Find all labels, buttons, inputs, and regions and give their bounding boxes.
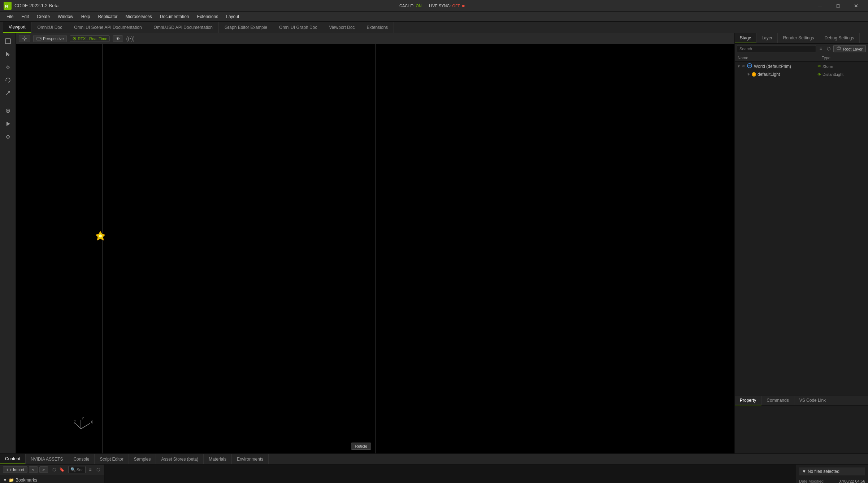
minimize-button[interactable]: ─ (812, 0, 828, 12)
main-tab-omni-ui-scene-api-documentation[interactable]: Omni.UI Scene API Documentation (68, 22, 148, 33)
tab-samples[interactable]: Samples (129, 454, 156, 464)
tab-vscode-link[interactable]: VS Code Link (794, 396, 831, 405)
main-tab-bar: ViewportOmni:UI DocOmni.UI Scene API Doc… (0, 22, 868, 33)
stage-row-light[interactable]: 👁 defaultLight 👁 DistantLight (735, 71, 868, 78)
tab-stage[interactable]: Stage (735, 33, 756, 43)
bookmarks-label: Bookmarks (16, 478, 37, 483)
svg-line-11 (81, 423, 90, 429)
settings-button[interactable] (19, 35, 30, 42)
main-tab-omni-ui-graph-doc[interactable]: Omni.UI Graph Doc (273, 22, 323, 33)
world-vis-icon[interactable]: 👁 (817, 64, 821, 68)
date-modified-row: Date Modified 07/08/22 04:56 (799, 478, 865, 483)
stage-search-input[interactable] (737, 45, 816, 52)
tab-layer[interactable]: Layer (756, 33, 778, 43)
main-tab-extensions[interactable]: Extensions (361, 22, 394, 33)
svg-rect-17 (837, 47, 841, 49)
forward-button[interactable]: > (39, 466, 48, 473)
main-tab-viewport[interactable]: Viewport (3, 22, 31, 33)
reticle-button[interactable]: Reticle (351, 443, 371, 450)
menu-item-help[interactable]: Help (78, 13, 94, 21)
eye-button[interactable]: 👁 (113, 35, 123, 42)
stage-name-header: Name (738, 56, 822, 60)
svg-rect-18 (838, 47, 840, 47)
rtx-button[interactable]: RTX - Real-Time (70, 35, 110, 42)
menu-item-edit[interactable]: Edit (18, 13, 32, 21)
maximize-button[interactable]: □ (830, 0, 846, 12)
file-tree: ▼ 📁 Bookmarks ▼ ● Omniverse ▶ 📁 localhos… (0, 475, 104, 483)
title-bar: N CODE 2022.1.2 Beta CACHE: ON LIVE SYNC… (0, 0, 868, 12)
property-tabs: Property Commands VS Code Link (735, 396, 868, 406)
bookmarks-folder-icon: 📁 (9, 478, 14, 483)
viewport-toolbar: Perspective RTX - Real-Time 👁 ((•)) (16, 33, 734, 44)
close-button[interactable]: ✕ (848, 0, 864, 12)
cache-status-area: CACHE: ON LIVE SYNC: OFF ● (399, 3, 465, 9)
light-vis-icon[interactable]: 👁 (817, 73, 821, 77)
viewport-left-pane[interactable]: X Z Y Reticle (16, 44, 375, 453)
stage-panel-tabs: Stage Layer Render Settings Debug Settin… (735, 33, 868, 44)
stage-row-world[interactable]: ▼ 👁 World (defaultPrim) 👁 Xform (735, 62, 868, 71)
tab-materials[interactable]: Materials (204, 454, 232, 464)
stage-filter-icon[interactable]: ≡ (817, 45, 824, 52)
menu-item-documentation[interactable]: Documentation (156, 13, 193, 21)
root-layer-button[interactable]: Root Layer (833, 45, 866, 52)
filter-icon[interactable]: ⬡ (51, 466, 57, 473)
list-icon[interactable]: ≡ (87, 466, 94, 473)
svg-point-10 (99, 234, 102, 237)
stage-filter2-icon[interactable]: ⬡ (825, 45, 832, 52)
bookmarks-item[interactable]: ▼ 📁 Bookmarks (0, 477, 104, 483)
light-object[interactable] (95, 230, 106, 242)
menu-item-replicator[interactable]: Replicator (94, 13, 121, 21)
tab-commands[interactable]: Commands (761, 396, 794, 405)
move-tool-button[interactable] (2, 61, 14, 73)
light-icon (752, 72, 756, 77)
tab-environments[interactable]: Environments (232, 454, 269, 464)
snap-tool-button[interactable] (2, 105, 14, 117)
scale-tool-button[interactable] (2, 87, 14, 99)
stage-type-header: Type (822, 56, 865, 60)
viewport-right-pane[interactable] (376, 44, 734, 453)
import-button[interactable]: + + Import (3, 466, 27, 473)
rotate-tool-button[interactable] (2, 74, 14, 86)
world-eye-icon[interactable]: 👁 (742, 64, 745, 68)
perspective-label: Perspective (43, 36, 64, 41)
menu-item-extensions[interactable]: Extensions (194, 13, 222, 21)
arrow-tool-button[interactable] (2, 48, 14, 60)
tab-render-settings[interactable]: Render Settings (778, 33, 819, 43)
tab-asset-stores[interactable]: Asset Stores (beta) (156, 454, 204, 464)
menu-item-layout[interactable]: Layout (222, 13, 243, 21)
back-button[interactable]: < (29, 466, 38, 473)
crosshair-horizontal (16, 249, 375, 249)
menu-bar: FileEditCreateWindowHelpReplicatorMicros… (0, 12, 868, 22)
content-tabs: Content NVIDIA ASSETS Console Script Edi… (0, 454, 868, 465)
menu-item-window[interactable]: Window (54, 13, 77, 21)
tab-content[interactable]: Content (0, 454, 26, 464)
main-tab-omni-ui-doc[interactable]: Omni:UI Doc (31, 22, 68, 33)
viewport-split: X Z Y Reticle (16, 44, 734, 453)
bookmark-icon[interactable]: 🔖 (59, 466, 65, 473)
main-tab-omni-usd-api-documentation[interactable]: Omni.USD API Documentation (148, 22, 219, 33)
date-modified-value: 07/08/22 04:56 (839, 479, 865, 483)
menu-item-microservices[interactable]: Microservices (122, 13, 155, 21)
content-layout: + + Import < > ⬡ 🔖 🔍 ≡ ⬡ (0, 465, 868, 483)
tab-console[interactable]: Console (68, 454, 95, 464)
date-modified-label: Date Modified (799, 479, 824, 483)
tab-script-editor[interactable]: Script Editor (95, 454, 129, 464)
tab-debug-settings[interactable]: Debug Settings (819, 33, 859, 43)
viewport-area: Perspective RTX - Real-Time 👁 ((•)) (16, 33, 734, 453)
browser-toolbar: + + Import < > ⬡ 🔖 🔍 ≡ ⬡ (0, 465, 104, 475)
filter2-icon[interactable]: ⬡ (95, 466, 101, 473)
tab-nvidia-assets[interactable]: NVIDIA ASSETS (26, 454, 68, 464)
main-content-area[interactable]: ≡ ⊞ (105, 465, 796, 483)
main-tab-viewport-doc[interactable]: Viewport Doc (323, 22, 361, 33)
menu-item-create[interactable]: Create (33, 13, 53, 21)
select-tool-button[interactable] (2, 35, 14, 47)
extra-tool-button[interactable] (2, 131, 14, 143)
light-eye-icon[interactable]: 👁 (747, 73, 750, 77)
tab-property[interactable]: Property (735, 396, 761, 405)
menu-item-file[interactable]: File (3, 13, 17, 21)
cache-on: ON (416, 4, 422, 8)
live-sync-label: LIVE SYNC: (429, 4, 451, 8)
camera-button[interactable]: Perspective (33, 35, 67, 42)
main-tab-graph-editor-example[interactable]: Graph Editor Example (219, 22, 273, 33)
play-button[interactable] (2, 118, 14, 130)
